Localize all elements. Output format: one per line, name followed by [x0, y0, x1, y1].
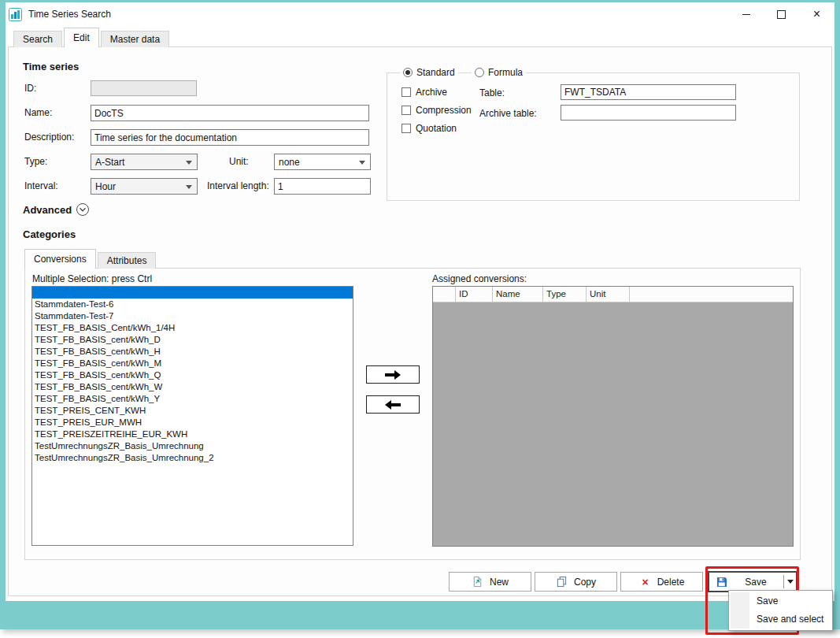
delete-x-icon: × — [639, 576, 652, 588]
window-controls: × — [728, 2, 834, 26]
multi-selection-hint: Multiple Selection: press Ctrl — [32, 273, 152, 284]
table-header-id: ID — [456, 287, 493, 302]
list-item[interactable]: Stammdaten-Test-7 — [32, 310, 353, 322]
checkbox-icon — [401, 124, 411, 133]
categories-section-title: Categories — [23, 228, 76, 240]
copy-icon — [556, 576, 568, 588]
save-button[interactable]: Save — [708, 571, 797, 592]
move-right-button[interactable] — [366, 365, 420, 384]
tab-edit[interactable]: Edit — [64, 28, 99, 47]
list-item[interactable]: TestUmrechnungsZR_Basis_Umrechnung_2 — [32, 452, 353, 464]
type-select[interactable]: A-Start — [91, 154, 198, 170]
table-header-type: Type — [543, 287, 587, 302]
close-icon: × — [813, 8, 820, 20]
list-item[interactable]: Stammdaten-Test-6 — [32, 299, 353, 310]
assigned-conversions-table[interactable]: ID Name Type Unit — [432, 286, 794, 547]
tab-search[interactable]: Search — [13, 31, 62, 47]
delete-button[interactable]: × Delete — [620, 572, 703, 592]
save-dropdown-arrow[interactable] — [784, 580, 796, 584]
tab-attributes[interactable]: Attributes — [98, 252, 157, 269]
radio-formula[interactable]: Formula — [472, 66, 526, 79]
type-label: Type: — [24, 156, 47, 167]
table-header-filler — [630, 287, 793, 302]
list-item[interactable]: TEST_PREIS_CENT_KWH — [32, 405, 353, 417]
minimize-button[interactable] — [728, 2, 764, 26]
app-icon — [9, 8, 22, 21]
new-button[interactable]: New — [449, 572, 531, 592]
copy-button[interactable]: Copy — [535, 572, 617, 592]
menu-item-save-and-select[interactable]: Save and select — [729, 610, 832, 629]
maximize-icon — [777, 10, 786, 19]
list-item[interactable]: TEST_FB_BASIS_Cent/kWh_1/4H — [32, 322, 353, 334]
tab-master-data[interactable]: Master data — [101, 31, 169, 47]
radio-standard-label: Standard — [416, 67, 455, 78]
chevron-down-icon — [359, 161, 365, 165]
tab-conversions[interactable]: Conversions — [24, 249, 96, 269]
type-select-value: A-Start — [95, 157, 124, 168]
category-tab-strip: Conversions Attributes — [24, 250, 157, 269]
list-item[interactable]: TestUmrechnungsZR_Basis_Umrechnung — [32, 440, 353, 452]
name-field[interactable] — [91, 105, 369, 121]
description-label: Description: — [24, 132, 74, 143]
table-header-row: ID Name Type Unit — [433, 287, 793, 302]
chevron-down-circle-icon — [76, 202, 90, 217]
desktop: Time Series Search × Search Edit Master … — [0, 0, 840, 638]
unit-select[interactable]: none — [274, 154, 371, 170]
arrow-right-icon — [384, 370, 401, 380]
chevron-down-icon — [186, 185, 192, 189]
triangle-down-icon — [787, 580, 794, 584]
list-item[interactable]: TEST_FB_BASIS_cent/kWh_H — [32, 346, 353, 358]
titlebar: Time Series Search × — [6, 2, 834, 26]
window-title: Time Series Search — [28, 9, 111, 20]
list-item[interactable]: TEST_FB_BASIS_cent/kWh_Y — [32, 393, 353, 405]
list-item[interactable]: TEST_FB_BASIS_cent/kWh_Q — [32, 369, 353, 381]
close-button[interactable]: × — [799, 2, 834, 26]
conversions-panel: Multiple Selection: press Ctrl Stammdate… — [24, 268, 801, 560]
available-conversions-list[interactable]: Stammdaten-Test-6 Stammdaten-Test-7 TEST… — [31, 286, 353, 546]
table-header-name: Name — [493, 287, 543, 302]
delete-button-label: Delete — [657, 577, 685, 588]
table-header-selector — [433, 287, 456, 302]
save-floppy-icon — [716, 576, 728, 588]
list-item[interactable]: TEST_FB_BASIS_cent/kWh_M — [32, 358, 353, 369]
main-tab-strip: Search Edit Master data — [13, 28, 171, 47]
interval-label: Interval: — [24, 180, 58, 191]
checkbox-icon — [401, 106, 411, 115]
radio-unchecked-icon — [475, 68, 484, 77]
copy-button-label: Copy — [574, 577, 596, 588]
maximize-button[interactable] — [764, 2, 799, 26]
archive-table-field[interactable] — [561, 105, 736, 121]
table-label: Table: — [479, 87, 505, 98]
new-document-icon — [472, 576, 484, 588]
list-item[interactable]: TEST_FB_BASIS_cent/kWh_W — [32, 381, 353, 393]
unit-select-value: none — [279, 157, 300, 168]
interval-length-field[interactable] — [274, 178, 371, 195]
list-item[interactable]: TEST_PREIS_EUR_MWH — [32, 417, 353, 428]
advanced-toggle[interactable]: Advanced — [23, 202, 90, 217]
list-item[interactable]: TEST_PREISZEITREIHE_EUR_KWH — [32, 428, 353, 440]
id-label: ID: — [24, 83, 36, 94]
checkbox-compression[interactable]: Compression — [401, 105, 472, 116]
table-field[interactable] — [561, 84, 736, 100]
move-left-button[interactable] — [366, 395, 420, 414]
edit-tab-page: Time series ID: Name: Description: Type:… — [8, 46, 832, 596]
name-label: Name: — [24, 107, 52, 118]
checkbox-quotation-label: Quotation — [416, 123, 457, 134]
assigned-conversions-label: Assigned conversions: — [432, 273, 527, 284]
radio-formula-label: Formula — [488, 67, 523, 78]
list-item[interactable] — [32, 287, 353, 299]
list-item[interactable]: TEST_FB_BASIS_cent/kWh_D — [32, 334, 353, 346]
radio-standard[interactable]: Standard — [400, 66, 458, 79]
menu-item-save[interactable]: Save — [729, 592, 832, 610]
advanced-label: Advanced — [23, 204, 72, 216]
description-field[interactable] — [91, 129, 369, 146]
interval-length-label: Interval length: — [207, 180, 269, 191]
minimize-icon — [742, 14, 750, 15]
interval-select[interactable]: Hour — [91, 178, 198, 195]
interval-select-value: Hour — [95, 181, 116, 192]
new-button-label: New — [490, 577, 509, 588]
id-field[interactable] — [91, 80, 197, 96]
checkbox-archive[interactable]: Archive — [401, 87, 447, 98]
checkbox-quotation[interactable]: Quotation — [401, 123, 457, 134]
unit-label: Unit: — [229, 156, 249, 167]
